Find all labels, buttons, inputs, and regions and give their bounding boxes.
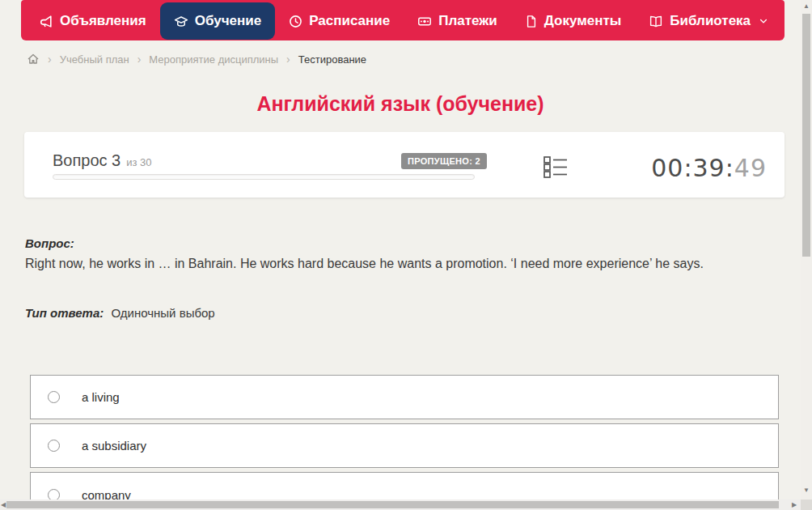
graduation-cap-icon [174,15,188,28]
chevron-right-icon: › [48,53,52,65]
radio-button-icon[interactable] [48,391,60,403]
horizontal-scrollbar-thumb[interactable] [6,501,779,508]
clock-icon [289,15,302,28]
timer-seconds: 49 [734,154,767,182]
question-text: Right now, he works in … in Bahrain. He … [25,257,785,271]
question-number: Вопрос 3 [53,151,121,170]
skipped-badge: ПРОПУЩЕНО: 2 [401,153,487,169]
top-navigation: Объявления Обучение Расписание Платежи Д… [21,0,785,40]
answer-option-label: a subsidiary [82,439,146,453]
question-progress-bar [53,174,475,180]
nav-tab-label: Библиотека [670,13,751,29]
nav-tab-label: Обучение [195,13,261,29]
question-counter: из 30 [126,156,151,168]
nav-tab-label: Платежи [438,13,497,29]
nav-tab-announcements[interactable]: Объявления [26,2,160,40]
megaphone-icon [40,15,53,28]
nav-tab-documents[interactable]: Документы [511,2,636,40]
answer-option-a-subsidiary[interactable]: a subsidiary [30,423,779,468]
answer-type-value: Одиночный выбор [111,306,214,320]
scroll-right-arrow-icon[interactable]: ▶ [792,499,797,510]
breadcrumb-item-discipline-event[interactable]: Мероприятие дисциплины [149,53,278,66]
question-number-row: Вопрос 3 из 30 [53,151,152,170]
scroll-left-arrow-icon[interactable]: ◀ [1,499,6,510]
breadcrumb: › Учебный план › Мероприятие дисциплины … [27,50,366,68]
question-card: Вопрос 3 из 30 ПРОПУЩЕНО: 2 00:39:49 [24,132,785,198]
home-icon[interactable] [27,53,40,66]
answer-type-row: Тип ответа: Одиночный выбор [25,306,215,320]
vertical-scrollbar[interactable]: ▲ ▼ [801,0,812,499]
nav-tab-payments[interactable]: Платежи [404,2,511,40]
scrollbar-corner [801,499,812,510]
nav-tab-library[interactable]: Библиотека [635,2,782,40]
breadcrumb-current-testing: Тестирование [298,53,366,66]
nav-tab-learning[interactable]: Обучение [160,2,275,40]
question-heading: Вопрос: [25,236,74,250]
scroll-down-arrow-icon[interactable]: ▼ [801,487,812,494]
timer: 00:39:49 [651,154,767,182]
nav-tab-label: Расписание [309,13,390,29]
vertical-scrollbar-thumb[interactable] [802,14,810,257]
question-list-icon[interactable] [543,155,569,182]
chevron-down-icon [759,16,768,26]
horizontal-scrollbar[interactable]: ◀ ▶ [0,499,801,510]
answer-type-label: Тип ответа: [25,306,104,320]
timer-hours-minutes: 00:39: [651,154,734,182]
scroll-up-arrow-icon[interactable]: ▲ [801,2,812,10]
nav-tab-schedule[interactable]: Расписание [275,2,404,40]
breadcrumb-item-curriculum[interactable]: Учебный план [60,53,129,66]
nav-tab-label: Объявления [60,13,146,29]
nav-tab-label: Документы [544,13,622,29]
answer-option-label: a living [82,390,120,404]
answer-option-a-living[interactable]: a living [30,375,779,419]
chevron-right-icon: › [286,53,290,65]
cash-icon [417,15,432,28]
radio-button-icon[interactable] [48,440,60,452]
chevron-right-icon: › [137,53,142,65]
document-icon [525,15,538,28]
page-title: Английский язык (обучение) [0,92,801,116]
open-book-icon [649,15,663,28]
